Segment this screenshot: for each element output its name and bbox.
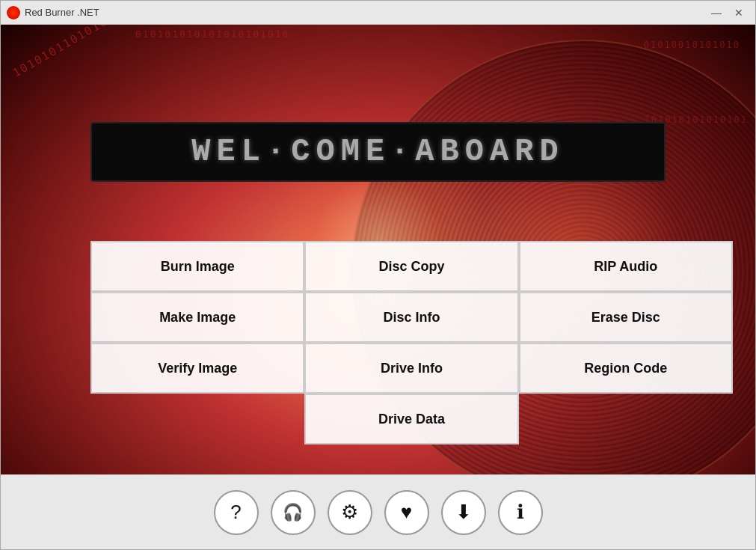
drive-data-button[interactable]: Drive Data [304, 394, 518, 444]
gear-icon: ⚙ [341, 501, 358, 524]
disc-copy-button[interactable]: Disc Copy [304, 241, 518, 292]
app-window: Red Burner .NET — ✕ 10101011010101101 01… [0, 0, 756, 550]
seg-O1: O [316, 134, 340, 170]
seg-C1: C [291, 134, 316, 170]
binary-text-2: 010101010101010101010 [135, 28, 289, 40]
bottom-toolbar: ? 🎧 ⚙ ♥ ⬇ ℹ [1, 474, 755, 549]
download-button[interactable]: ⬇ [441, 490, 486, 535]
welcome-display: WEL·COME·ABOARD [90, 122, 666, 182]
rip-audio-button[interactable]: RIP Audio [519, 241, 733, 292]
help-icon: ? [230, 501, 241, 524]
seg-R: R [514, 134, 539, 170]
seg-O2: O [465, 134, 490, 170]
binary-text-1: 10101011010101101 [10, 25, 138, 80]
seg-dot2: · [390, 134, 415, 170]
drive-info-button[interactable]: Drive Info [304, 343, 518, 394]
seg-B: B [440, 134, 465, 170]
title-bar-controls: — ✕ [706, 4, 749, 21]
title-bar: Red Burner .NET — ✕ [1, 1, 755, 25]
erase-disc-button[interactable]: Erase Disc [519, 292, 733, 343]
verify-image-button[interactable]: Verify Image [90, 343, 304, 394]
main-area: 10101011010101101 010101010101010101010 … [1, 25, 755, 474]
seg-W: W [191, 134, 216, 170]
help-button[interactable]: ? [214, 490, 259, 535]
minimize-button[interactable]: — [706, 4, 727, 21]
heart-button[interactable]: ♥ [384, 490, 429, 535]
make-image-button[interactable]: Make Image [90, 292, 304, 343]
burn-image-button[interactable]: Burn Image [90, 241, 304, 292]
seg-A: A [415, 134, 440, 170]
seg-M1: M [341, 134, 366, 170]
heart-icon: ♥ [401, 501, 412, 524]
disc-info-button[interactable]: Disc Info [304, 292, 518, 343]
window-title: Red Burner .NET [25, 7, 99, 18]
headset-button[interactable]: 🎧 [271, 490, 316, 535]
binary-text-3: 01010010101010 [644, 40, 740, 50]
seg-D: D [539, 134, 564, 170]
seg-E2: E [366, 134, 390, 170]
seg-L: L [242, 134, 266, 170]
region-code-button[interactable]: Region Code [519, 343, 733, 394]
button-grid: Burn Image Disc Copy RIP Audio Make Imag… [90, 241, 733, 444]
seg-A2: A [490, 134, 514, 170]
seg-dot1: · [266, 134, 291, 170]
welcome-text: WEL·COME·ABOARD [114, 134, 642, 170]
headset-icon: 🎧 [283, 503, 303, 522]
close-button[interactable]: ✕ [728, 4, 749, 21]
app-icon [7, 6, 20, 19]
download-icon: ⬇ [455, 501, 472, 524]
title-bar-left: Red Burner .NET [7, 6, 99, 19]
settings-button[interactable]: ⚙ [328, 490, 372, 535]
info-icon: ℹ [517, 501, 524, 524]
info-button[interactable]: ℹ [498, 490, 543, 535]
seg-E1: E [217, 134, 242, 170]
